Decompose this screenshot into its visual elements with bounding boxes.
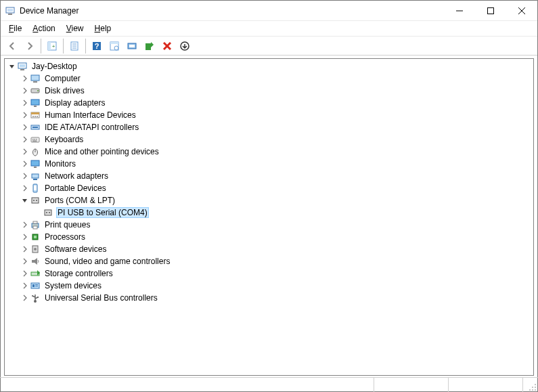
svg-point-55 — [33, 200, 35, 201]
tree-item-label: Keyboards — [43, 134, 85, 145]
tree-category[interactable]: IDE ATA/ATAPI controllers — [5, 121, 533, 133]
chevron-right-icon[interactable] — [20, 257, 30, 266]
tree-item-label: Universal Serial Bus controllers — [43, 292, 159, 303]
uninstall-device-button[interactable] — [159, 38, 175, 54]
window-buttons — [444, 1, 537, 21]
menu-help[interactable]: Help — [91, 22, 116, 35]
menu-file[interactable]: File — [5, 22, 26, 35]
svg-rect-26 — [20, 64, 25, 67]
minimize-button[interactable] — [444, 1, 475, 21]
chevron-right-icon[interactable] — [20, 183, 30, 193]
menu-view[interactable]: View — [62, 22, 88, 35]
close-button[interactable] — [506, 1, 537, 21]
svg-rect-48 — [31, 160, 39, 166]
scan-hardware-button[interactable] — [106, 38, 122, 54]
tree-item-label: Human Interface Devices — [43, 110, 137, 121]
tree-category[interactable]: Software devices — [5, 243, 533, 255]
svg-rect-62 — [33, 226, 37, 229]
svg-point-75 — [32, 295, 33, 297]
mouse-icon — [30, 146, 41, 157]
chevron-right-icon[interactable] — [20, 135, 30, 144]
chevron-right-icon[interactable] — [20, 110, 30, 120]
titlebar: Device Manager — [1, 1, 537, 21]
tree-item-label: Display adapters — [43, 97, 106, 108]
chevron-right-icon[interactable] — [20, 147, 30, 156]
tree-item-label: PI USB to Serial (COM4) — [56, 207, 149, 218]
menu-action[interactable]: Action — [28, 22, 59, 35]
svg-rect-27 — [20, 69, 24, 70]
chevron-right-icon[interactable] — [20, 281, 30, 290]
chevron-down-icon[interactable] — [7, 62, 17, 71]
chevron-right-icon[interactable] — [20, 220, 30, 230]
svg-rect-2 — [8, 14, 12, 15]
ide-icon — [30, 122, 41, 133]
chevron-right-icon[interactable] — [20, 171, 30, 181]
chevron-right-icon[interactable] — [20, 86, 30, 95]
maximize-button[interactable] — [475, 1, 506, 21]
enable-device-button[interactable] — [141, 38, 158, 54]
svg-rect-1 — [7, 9, 13, 12]
svg-rect-71 — [35, 284, 38, 285]
chevron-right-icon[interactable] — [20, 244, 30, 254]
tree-category[interactable]: Storage controllers — [5, 267, 533, 280]
resize-grip[interactable] — [523, 378, 538, 392]
tree-item-label: IDE ATA/ATAPI controllers — [43, 122, 140, 133]
tree-category[interactable]: Display adapters — [5, 97, 533, 109]
chevron-right-icon[interactable] — [20, 159, 30, 169]
svg-rect-29 — [33, 81, 37, 83]
svg-rect-40 — [32, 127, 38, 128]
tree-category[interactable]: Processors — [5, 231, 533, 243]
tree-category[interactable]: Computer — [5, 72, 533, 85]
chevron-right-icon[interactable] — [20, 123, 30, 132]
chevron-right-icon[interactable] — [20, 293, 30, 303]
tree-category[interactable]: Portable Devices — [5, 182, 533, 194]
show-hide-console-tree-button[interactable]: + — [44, 38, 60, 54]
tree-category[interactable]: Print queues — [5, 219, 533, 231]
svg-rect-53 — [34, 186, 37, 190]
tree-item-label: Storage controllers — [43, 268, 114, 279]
properties-button[interactable] — [66, 38, 83, 54]
tree-category[interactable]: Ports (COM & LPT) — [5, 194, 533, 206]
monitor-icon — [30, 158, 41, 169]
tree-item-label: Software devices — [43, 244, 108, 255]
tree-category[interactable]: Network adapters — [5, 170, 533, 182]
svg-rect-32 — [31, 100, 39, 105]
help-button[interactable]: ? — [89, 38, 105, 54]
device-tree-panel[interactable]: Jay-DesktopComputerDisk drivesDisplay ad… — [4, 58, 534, 376]
svg-rect-51 — [33, 179, 37, 180]
svg-rect-28 — [31, 75, 39, 81]
tree-category[interactable]: Sound, video and game controllers — [5, 255, 533, 267]
svg-point-59 — [49, 212, 50, 213]
svg-rect-64 — [34, 236, 37, 238]
tree-category[interactable]: Monitors — [5, 158, 533, 170]
cpu-icon — [30, 232, 41, 242]
chevron-right-icon[interactable] — [20, 269, 30, 278]
forward-button[interactable] — [22, 38, 38, 54]
window-title: Device Manager — [20, 6, 79, 16]
disable-device-button[interactable] — [177, 38, 193, 54]
chevron-right-icon[interactable] — [20, 98, 30, 108]
toolbar: + ? — [1, 37, 537, 56]
tree-category[interactable]: System devices — [5, 280, 533, 292]
tree-category[interactable]: Human Interface Devices — [5, 109, 533, 121]
keyboard-icon — [30, 134, 41, 145]
svg-point-37 — [35, 116, 36, 117]
svg-text:+: + — [52, 43, 55, 49]
tree-item-label: Ports (COM & LPT) — [43, 195, 116, 206]
tree-category[interactable]: Keyboards — [5, 133, 533, 146]
chevron-down-icon[interactable] — [20, 196, 30, 205]
update-driver-button[interactable] — [124, 38, 140, 54]
tree-category[interactable]: Mice and other pointing devices — [5, 146, 533, 158]
svg-rect-76 — [37, 297, 39, 298]
tree-category[interactable]: Universal Serial Bus controllers — [5, 292, 533, 304]
svg-rect-21 — [145, 43, 151, 50]
computer-icon — [30, 73, 41, 84]
tree-item-label: Jay-Desktop — [30, 61, 79, 72]
tree-root[interactable]: Jay-Desktop — [5, 60, 533, 72]
software-icon — [30, 244, 41, 255]
tree-category[interactable]: Disk drives — [5, 85, 533, 97]
chevron-right-icon[interactable] — [20, 74, 30, 83]
chevron-right-icon[interactable] — [20, 232, 30, 242]
tree-device[interactable]: PI USB to Serial (COM4) — [5, 206, 533, 219]
back-button[interactable] — [4, 38, 20, 54]
